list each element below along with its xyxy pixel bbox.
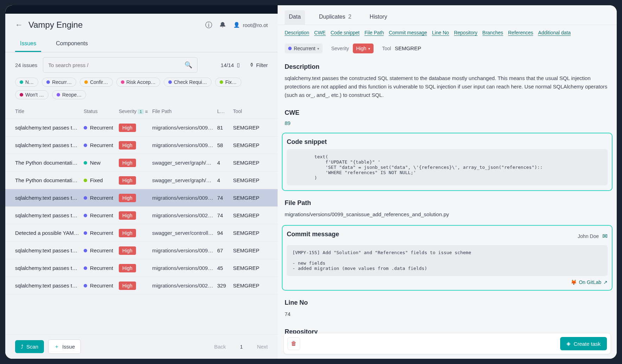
status-filter-pill[interactable]: Check Requi… xyxy=(164,78,212,87)
gitlab-link[interactable]: 🦊 On GitLab ↗ xyxy=(287,279,608,285)
cell-file: swagger_server/graph/parser… xyxy=(152,177,217,183)
filter-icon: ⚱ xyxy=(250,62,254,68)
status-dot-icon xyxy=(57,93,60,97)
table-row[interactable]: The Python documentation reco…FixedHighs… xyxy=(5,172,278,189)
mail-icon[interactable]: ✉ xyxy=(602,232,608,240)
anchor-link[interactable]: File Path xyxy=(364,30,384,36)
table-row[interactable]: sqlalchemy.text passes the cons…Recurren… xyxy=(5,119,278,137)
table-row[interactable]: sqlalchemy.text passes the cons…Recurren… xyxy=(5,137,278,154)
next-page[interactable]: Next xyxy=(257,344,268,350)
col-title[interactable]: Title xyxy=(15,108,84,114)
anchor-link[interactable]: Line No xyxy=(432,30,449,36)
detail-tab-data[interactable]: Data xyxy=(285,10,305,25)
cell-line: 81 xyxy=(217,125,233,131)
back-arrow-icon[interactable]: ← xyxy=(15,20,23,29)
info-icon[interactable]: ⓘ xyxy=(205,20,212,30)
new-issue-button[interactable]: ＋ Issue xyxy=(48,339,81,354)
table-row[interactable]: Detected a possible YAML deseri…Recurren… xyxy=(5,224,278,242)
status-dot-icon xyxy=(20,80,23,84)
status-filter-pill[interactable]: Confir… xyxy=(80,78,112,87)
status-dot-icon xyxy=(84,266,87,270)
filter-button[interactable]: ⚱ Filter xyxy=(250,62,268,68)
diamond-icon: ◈ xyxy=(566,340,571,347)
delete-button[interactable]: 🗑 xyxy=(287,337,300,350)
search-input[interactable] xyxy=(48,62,184,68)
table-row[interactable]: sqlalchemy.text passes the cons…Recurren… xyxy=(5,242,278,259)
back-page[interactable]: Back xyxy=(214,344,226,350)
col-line[interactable]: L… xyxy=(217,108,233,114)
cell-file: swagger_server/controllers/a… xyxy=(152,230,217,236)
detail-tab-history[interactable]: History xyxy=(365,10,391,25)
cwe-link[interactable]: 89 xyxy=(285,120,291,126)
cell-title: sqlalchemy.text passes the cons… xyxy=(15,247,84,253)
search-input-wrapper[interactable]: 🔍 xyxy=(43,57,197,73)
code-snippet: text( f'UPDATE "{table}" ' 'SET "data" =… xyxy=(287,149,608,185)
table-row[interactable]: sqlalchemy.text passes the cons…Recurren… xyxy=(5,207,278,224)
cell-severity: High xyxy=(119,160,152,166)
search-icon[interactable]: 🔍 xyxy=(184,61,192,69)
sort-badge: 1 xyxy=(138,109,143,114)
cell-tool: SEMGREP xyxy=(233,195,268,201)
tab-components[interactable]: Components xyxy=(51,36,93,52)
cell-title: sqlalchemy.text passes the cons… xyxy=(15,125,84,131)
sort-icon: ≡ xyxy=(145,109,148,114)
cell-line: 4 xyxy=(217,160,233,166)
anchor-link[interactable]: Repository xyxy=(454,30,478,36)
chevron-down-icon: ▾ xyxy=(317,47,319,51)
column-toggle-icon[interactable]: ▯ xyxy=(237,62,240,68)
status-dot-icon xyxy=(84,144,87,147)
severity-dropdown[interactable]: High ▾ xyxy=(353,44,374,53)
anchor-link[interactable]: Commit message xyxy=(389,30,427,36)
upload-icon: ⤴ xyxy=(21,344,24,350)
cell-severity: High xyxy=(119,230,152,236)
status-filter-pill[interactable]: Fix… xyxy=(215,78,241,87)
cell-title: The Python documentation reco… xyxy=(15,160,84,166)
anchor-link[interactable]: Additional data xyxy=(538,30,571,36)
status-filter-pill[interactable]: Reope… xyxy=(52,90,86,99)
anchor-link[interactable]: Branches xyxy=(482,30,503,36)
cell-line: 58 xyxy=(217,142,233,148)
page-title: Vampy Engine xyxy=(28,20,83,30)
status-dot-icon xyxy=(84,161,87,165)
create-task-button[interactable]: ◈ Create task xyxy=(560,337,607,350)
table-row[interactable]: sqlalchemy.text passes the cons…Recurren… xyxy=(5,277,278,294)
status-filter-pill[interactable]: N… xyxy=(15,78,38,87)
cell-line: 4 xyxy=(217,177,233,183)
status-dropdown[interactable]: Recurrent ▾ xyxy=(285,44,323,53)
gitlab-icon: 🦊 xyxy=(571,279,577,285)
cell-file: migrations/versions/0024_20… xyxy=(152,283,217,289)
user-menu[interactable]: 👤 root@ro.ot xyxy=(233,22,268,28)
cell-status: Recurrent xyxy=(84,265,119,271)
col-severity[interactable]: Severity 1≡ xyxy=(119,108,152,114)
cell-status: Recurrent xyxy=(84,142,119,148)
main-tabs: Issues Components xyxy=(5,30,278,52)
col-tool[interactable]: Tool xyxy=(233,108,268,114)
cell-tool: SEMGREP xyxy=(233,177,268,183)
anchor-link[interactable]: References xyxy=(508,30,533,36)
cell-severity: High xyxy=(119,265,152,271)
cell-severity: High xyxy=(119,125,152,131)
col-file[interactable]: File Path xyxy=(152,108,217,114)
commit-body: [VMPY-155] Add "Solution" and "Reference… xyxy=(287,245,608,276)
cell-file: swagger_server/graph/parser… xyxy=(152,160,217,166)
anchor-link[interactable]: Code snippet xyxy=(331,30,360,36)
status-filter-pill[interactable]: Recurr… xyxy=(42,78,76,87)
cell-file: migrations/versions/0099_sc… xyxy=(152,195,217,201)
col-status[interactable]: Status xyxy=(84,108,119,114)
cell-status: Recurrent xyxy=(84,125,119,131)
bell-icon[interactable]: 🔔︎ xyxy=(219,21,226,29)
issue-count: 24 issues xyxy=(15,62,37,68)
status-dot-icon xyxy=(84,214,87,217)
scan-button[interactable]: ⤴ Scan xyxy=(15,340,44,353)
section-description: Description sqlalchemy.text passes the c… xyxy=(278,60,617,106)
table-row[interactable]: The Python documentation reco…NewHighswa… xyxy=(5,154,278,172)
section-file-path: File Path migrations/versions/0099_scani… xyxy=(278,196,617,225)
status-filter-pill[interactable]: Risk Accep… xyxy=(116,78,160,87)
detail-tab-duplicates[interactable]: Duplicates 2 xyxy=(315,10,356,25)
anchor-link[interactable]: Description xyxy=(285,30,309,36)
anchor-link[interactable]: CWE xyxy=(314,30,326,36)
table-row[interactable]: sqlalchemy.text passes the cons…Recurren… xyxy=(5,259,278,277)
status-filter-pill[interactable]: Won't … xyxy=(15,90,48,99)
tab-issues[interactable]: Issues xyxy=(15,36,41,52)
table-row[interactable]: sqlalchemy.text passes the cons…Recurren… xyxy=(5,189,278,207)
